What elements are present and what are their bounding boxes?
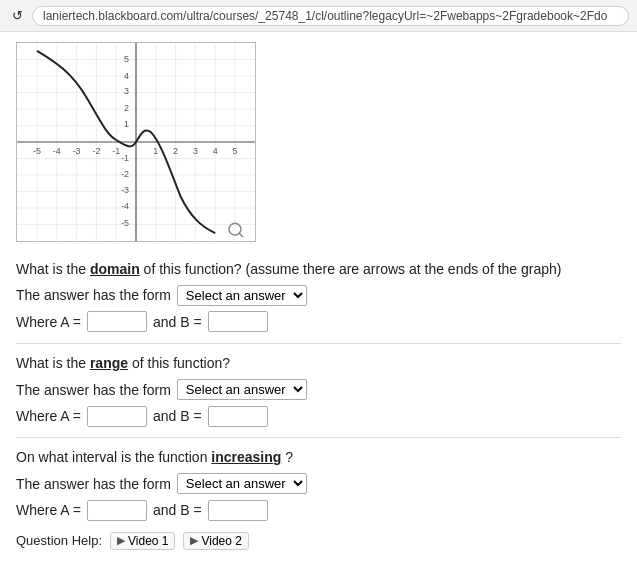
range-and-b-label: and B =	[153, 405, 202, 427]
question-help-row: Question Help: ▶ Video 1 ▶ Video 2	[16, 532, 621, 550]
interval-question-text: On what interval is the function increas…	[16, 446, 621, 468]
svg-text:5: 5	[233, 146, 238, 156]
svg-text:1: 1	[124, 119, 129, 129]
svg-text:-1: -1	[112, 146, 120, 156]
svg-text:-3: -3	[121, 185, 129, 195]
svg-text:3: 3	[193, 146, 198, 156]
svg-text:-4: -4	[53, 146, 61, 156]
divider-1	[16, 343, 621, 344]
domain-answer-row: The answer has the form Select an answer	[16, 284, 621, 306]
svg-text:2: 2	[173, 146, 178, 156]
svg-text:4: 4	[124, 71, 129, 81]
domain-where-a-label: Where A =	[16, 311, 81, 333]
range-question-text: What is the range of this function?	[16, 352, 621, 374]
svg-text:-4: -4	[121, 201, 129, 211]
reload-icon[interactable]: ↺	[8, 7, 26, 25]
interval-answer-row: The answer has the form Select an answer	[16, 473, 621, 495]
interval-select[interactable]: Select an answer	[177, 473, 307, 494]
url-bar[interactable]: laniertech.blackboard.com/ultra/courses/…	[32, 6, 629, 26]
interval-where-a-label: Where A =	[16, 499, 81, 521]
svg-text:-5: -5	[33, 146, 41, 156]
graph-container: -5 -4 -3 -2 -1 1 2 3 4 5 5 4 3 2 1 -1 -2…	[16, 42, 256, 242]
range-a-input[interactable]	[87, 406, 147, 427]
help-label: Question Help:	[16, 533, 102, 548]
range-question-block: What is the range of this function? The …	[16, 352, 621, 427]
video1-button[interactable]: ▶ Video 1	[110, 532, 175, 550]
svg-line-45	[239, 233, 243, 237]
divider-2	[16, 437, 621, 438]
domain-and-b-label: and B =	[153, 311, 202, 333]
video2-button[interactable]: ▶ Video 2	[183, 532, 248, 550]
content-area: -5 -4 -3 -2 -1 1 2 3 4 5 5 4 3 2 1 -1 -2…	[0, 32, 637, 566]
interval-and-b-label: and B =	[153, 499, 202, 521]
range-select[interactable]: Select an answer	[177, 379, 307, 400]
svg-text:-2: -2	[92, 146, 100, 156]
interval-where-row: Where A = and B =	[16, 499, 621, 521]
function-graph: -5 -4 -3 -2 -1 1 2 3 4 5 5 4 3 2 1 -1 -2…	[17, 43, 255, 241]
svg-text:-2: -2	[121, 169, 129, 179]
interval-question-block: On what interval is the function increas…	[16, 446, 621, 521]
domain-b-input[interactable]	[208, 311, 268, 332]
range-where-row: Where A = and B =	[16, 405, 621, 427]
video2-icon: ▶	[190, 534, 198, 547]
interval-b-input[interactable]	[208, 500, 268, 521]
domain-select[interactable]: Select an answer	[177, 285, 307, 306]
browser-bar: ↺ laniertech.blackboard.com/ultra/course…	[0, 0, 637, 32]
svg-text:-5: -5	[121, 218, 129, 228]
domain-where-row: Where A = and B =	[16, 311, 621, 333]
svg-text:5: 5	[124, 54, 129, 64]
domain-question-text: What is the domain of this function? (as…	[16, 258, 621, 280]
domain-a-input[interactable]	[87, 311, 147, 332]
svg-text:1: 1	[153, 146, 158, 156]
svg-text:-3: -3	[73, 146, 81, 156]
video1-icon: ▶	[117, 534, 125, 547]
interval-a-input[interactable]	[87, 500, 147, 521]
range-answer-row: The answer has the form Select an answer	[16, 379, 621, 401]
domain-question-block: What is the domain of this function? (as…	[16, 258, 621, 333]
svg-text:4: 4	[213, 146, 218, 156]
svg-text:-1: -1	[121, 153, 129, 163]
range-b-input[interactable]	[208, 406, 268, 427]
svg-text:2: 2	[124, 103, 129, 113]
range-where-a-label: Where A =	[16, 405, 81, 427]
video2-label: Video 2	[201, 534, 241, 548]
video1-label: Video 1	[128, 534, 168, 548]
svg-text:3: 3	[124, 86, 129, 96]
